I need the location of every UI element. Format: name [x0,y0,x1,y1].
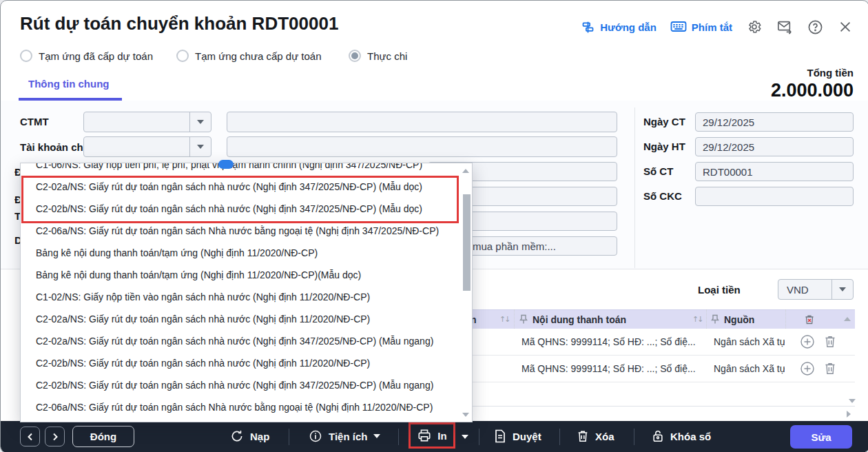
dropdown-item[interactable]: C1-06/NS: Giấy nộp tiền phí, lệ phí, phạ… [21,163,472,176]
approve-label: Duyệt [513,431,541,442]
shortcut-link[interactable]: Phím tắt [670,20,732,34]
sort-icon[interactable]: ↑↓ [499,315,509,324]
total-value: 2.000.000 [771,80,854,101]
delete-column-icon[interactable] [803,314,816,326]
delete-row-icon[interactable] [823,361,838,376]
total-amount-block: Tổng tiền 2.000.000 [771,67,854,101]
help-icon[interactable] [807,19,823,35]
dropdown-item[interactable]: C2-02a/NS: Giấy rút dự toán ngân sách nh… [21,330,472,352]
ctmt-description-input[interactable] [227,112,617,132]
source-cell: Ngân sách Xã tự [714,329,785,355]
utilities-button[interactable]: Tiện ích [309,429,380,443]
info-circle-icon [309,429,322,443]
currency-label: Loại tiền [698,284,741,296]
keyboard-icon [670,20,687,34]
feedback-mail-icon[interactable] [776,19,793,35]
pin-icon[interactable] [519,314,528,325]
source-cell: Ngân sách Xã tự [714,356,785,382]
field-input[interactable] [695,187,854,206]
close-button[interactable]: Đóng [72,426,134,447]
delete-button[interactable]: Xóa [577,429,614,443]
dropdown-scrollbar[interactable] [463,194,471,291]
dropdown-item[interactable]: C2-02b/NS: Giấy rút dự toán ngân sách nh… [21,352,472,374]
radio-option[interactable]: Tạm ứng đã cấp dự toán [20,50,153,62]
sort-icon[interactable]: ↑↓ [692,315,702,324]
print-label: In [437,430,446,442]
ctmt-combo[interactable] [83,112,211,132]
radio-label: Thực chi [367,50,407,62]
delete-row-icon[interactable] [823,334,838,349]
guide-link[interactable]: Hướng dẫn [581,20,657,34]
signpost-icon [581,20,595,34]
field-input[interactable]: RDT00001 [695,162,854,181]
add-row-icon[interactable] [800,334,815,349]
field-input[interactable]: 29/12/2025 [695,112,854,132]
ctmt-label: CTMT [20,116,49,127]
dropdown-scroll-down-icon[interactable] [462,413,469,417]
chevron-down-icon[interactable] [831,280,853,299]
print-template-list: C1-06/NS: Giấy nộp tiền phí, lệ phí, phạ… [21,163,472,418]
utilities-label: Tiện ích [329,431,367,442]
currency-select[interactable]: VND [778,279,854,300]
page-title: Rút dự toán chuyển khoản RDT00001 [20,13,338,34]
chevron-right-icon [51,433,59,441]
prev-record-button[interactable] [20,427,40,446]
radio-circle-icon [20,50,32,62]
dropdown-scroll-up-icon[interactable] [462,169,469,173]
lock-icon [652,429,664,443]
scroll-right-icon[interactable] [847,411,851,418]
tab-thong-tin-chung[interactable]: Thông tin chung [28,78,109,90]
table-header-content[interactable]: Nội dung thanh toán [533,310,626,329]
radio-option[interactable]: Tạm ứng chưa cấp dự toán [176,50,322,62]
dropdown-item[interactable]: C2-06a/NS: Giấy rút dự toán ngân sách Nh… [21,220,472,242]
account-description-input[interactable] [227,136,617,157]
table-row[interactable]: Mã QHNS: 9999114; Số HĐ: ...; Số điệ... … [428,329,855,356]
toolbar-divider [634,429,634,445]
toolbar-divider [479,429,479,445]
shortcut-label: Phím tắt [692,21,732,33]
chevron-down-icon [373,434,380,438]
delete-label: Xóa [595,431,614,442]
payment-content-cell: Mã QHNS: 9999114; Số HĐ: ...; Số điệ... [521,356,703,382]
field-label: Số CT [643,165,673,177]
settings-icon[interactable] [746,19,763,35]
close-icon[interactable] [837,19,854,35]
dropdown-item-highlighted[interactable]: C2-02b/NS: Giấy rút dự toán ngân sách nh… [21,198,472,220]
scroll-down-icon[interactable] [849,399,856,403]
scroll-up-icon[interactable] [844,317,851,321]
reload-button[interactable]: Nạp [230,429,269,443]
bottom-toolbar: Đóng Nạp Tiện ích In [1,421,868,452]
add-row-icon[interactable] [800,361,815,376]
radio-option[interactable]: Thực chi [349,50,407,62]
pointer-indicator [218,160,234,169]
edit-button[interactable]: Sửa [790,425,852,449]
dropdown-item[interactable]: Bảng kê nội dung thanh toán/tạm ứng (Ngh… [21,242,472,264]
radio-label: Tạm ứng chưa cấp dự toán [195,50,322,62]
dropdown-item-highlighted[interactable]: C2-02a/NS: Giấy rút dự toán ngân sách nh… [21,176,472,198]
toolbar-divider [559,429,560,445]
toolbar-divider [289,429,289,445]
chevron-down-icon[interactable] [189,112,211,132]
form-vertical-divider [634,107,635,268]
dropdown-item[interactable]: C2-06a/NS: Giấy rút dự toán ngân sách Nh… [21,396,472,418]
field-input[interactable]: 29/12/2025 [695,137,854,156]
dropdown-item[interactable]: C1-02/NS: Giấy nộp tiền vào ngân sách nh… [21,286,472,308]
radio-circle-icon [349,50,361,62]
dropdown-item[interactable]: Bảng kê nội dung thanh toán/tạm ứng (Ngh… [21,264,472,286]
toolbar-divider [398,429,399,445]
dropdown-item[interactable]: C2-02a/NS: Giấy rút dự toán ngân sách nh… [21,308,472,330]
account-combo[interactable] [83,136,211,157]
pin-icon[interactable] [710,314,720,325]
print-button-highlighted[interactable]: In [409,422,455,449]
next-record-button[interactable] [45,427,65,446]
table-row[interactable]: Mã QHNS: 9999114; Số HĐ: ...; Số điệ... … [428,356,855,382]
chevron-down-icon[interactable] [189,137,211,156]
field-label: Ngày CT [643,116,685,127]
payment-content-cell: Mã QHNS: 9999114; Số HĐ: ...; Số điệ... [521,329,703,355]
lock-button[interactable]: Khóa sổ [652,429,711,443]
dropdown-item[interactable]: C2-02b/NS: Giấy rút dự toán ngân sách nh… [21,374,472,396]
print-options-chevron-icon[interactable] [462,435,468,439]
approve-button[interactable]: Duyệt [494,429,541,443]
field-label: Ngày HT [643,141,685,152]
table-header-source[interactable]: Nguồn [724,310,754,329]
